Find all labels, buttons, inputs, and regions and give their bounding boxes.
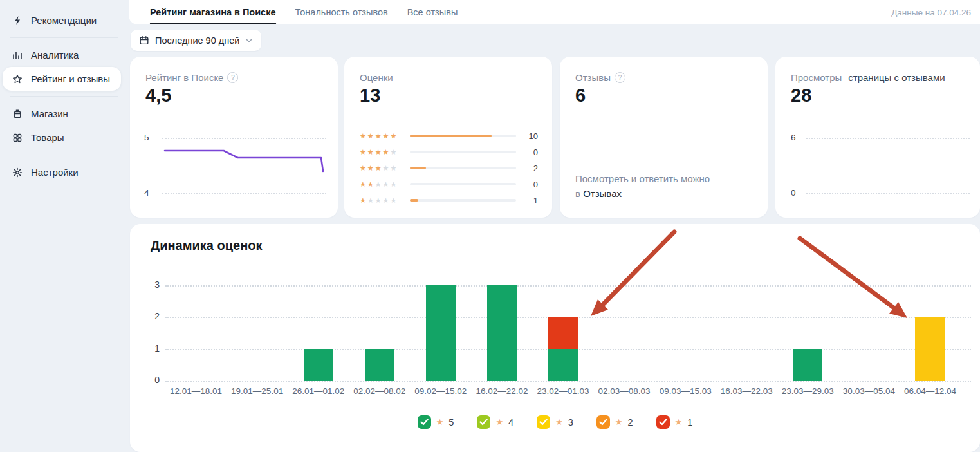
- bar-column: [838, 285, 900, 381]
- x-axis-label: 06.04—12.04: [900, 386, 961, 396]
- rating-distribution-row: ★★★★★10: [360, 131, 538, 140]
- lightning-icon: [12, 15, 23, 26]
- tab-all-reviews[interactable]: Все отзывы: [407, 0, 458, 24]
- card-rating-in-search: Рейтинг в Поиске ? 4,5 5 4: [130, 57, 338, 218]
- stars-icons: ★★★★★: [360, 148, 403, 156]
- distribution-bar-track: [410, 199, 516, 202]
- legend-checkbox-icon[interactable]: [596, 415, 610, 429]
- sidebar-item-settings[interactable]: Настройки: [3, 160, 121, 184]
- card-title: Оценки: [360, 72, 393, 83]
- bar-segment-5-star: [304, 349, 333, 381]
- legend-item-4-star[interactable]: ★4: [477, 415, 513, 429]
- legend-label: 1: [687, 417, 692, 428]
- distribution-bar-track: [410, 167, 516, 169]
- tab-shop-rating-in-search[interactable]: Рейтинг магазина в Поиске: [150, 0, 276, 24]
- stars-icons: ★★★★★: [360, 180, 403, 189]
- sidebar-item-products[interactable]: Товары: [3, 126, 121, 149]
- analytics-icon: [12, 50, 23, 61]
- question-circle-icon[interactable]: ?: [615, 72, 625, 83]
- star-icon: ★: [495, 417, 503, 427]
- chevron-down-icon: [245, 37, 253, 44]
- dynamics-x-labels: 12.01—18.0119.01—25.0126.01—01.0202.02—0…: [165, 386, 961, 396]
- y-axis-label: 4: [144, 188, 149, 198]
- sidebar-item-shop[interactable]: Магазин: [3, 102, 121, 126]
- card-title-text: Отзывы: [575, 72, 611, 83]
- y-axis-label: 2: [147, 311, 160, 321]
- products-grid-icon: [12, 133, 23, 143]
- card-title-text: Рейтинг в Поиске: [145, 72, 223, 83]
- bar-column: [655, 285, 716, 381]
- gridline: [806, 193, 970, 194]
- card-title-gray-part: Просмотры: [791, 72, 842, 83]
- marks-value: 13: [360, 85, 380, 106]
- shop-icon: [12, 109, 23, 119]
- x-axis-label: 12.01—18.01: [165, 386, 227, 396]
- bar-segment-5-star: [793, 349, 822, 381]
- period-filter-label: Последние 90 дней: [155, 35, 239, 46]
- distribution-bar-track: [410, 183, 516, 185]
- sidebar-item-label: Магазин: [31, 108, 68, 119]
- distribution-count: 10: [522, 131, 538, 141]
- star-icon: ★: [555, 417, 563, 427]
- sidebar-item-rating-reviews[interactable]: Рейтинг и отзывы: [3, 67, 121, 91]
- distribution-count: 0: [522, 180, 538, 189]
- x-axis-label: 16.03—22.03: [716, 386, 777, 396]
- legend-checkbox-icon[interactable]: [477, 415, 490, 429]
- bar-column: [900, 285, 961, 381]
- sidebar-item-analytics[interactable]: Аналитика: [3, 43, 121, 67]
- tab-label: Рейтинг магазина в Поиске: [150, 7, 276, 17]
- reviews-link[interactable]: Отзывах: [583, 188, 622, 199]
- bar-column: [165, 285, 227, 381]
- card-title: Рейтинг в Поиске ?: [145, 72, 238, 83]
- bar-column: [594, 285, 655, 381]
- y-axis-label: 1: [147, 343, 160, 353]
- question-circle-icon[interactable]: ?: [227, 72, 238, 83]
- legend-item-3-star[interactable]: ★3: [537, 415, 573, 429]
- stars-icons: ★★★★★: [360, 196, 403, 205]
- sidebar-divider: [10, 96, 118, 97]
- star-icon: ★: [615, 417, 623, 427]
- rating-trend-chart: 5 4: [144, 129, 326, 203]
- top-tab-bar: Рейтинг магазина в Поиске Тональность от…: [129, 0, 980, 24]
- sidebar-item-label: Рекомендации: [31, 15, 97, 26]
- views-mini-chart-bars: [810, 138, 966, 193]
- sidebar-item-label: Аналитика: [31, 50, 79, 61]
- dynamics-title: Динамика оценок: [151, 238, 262, 253]
- legend-checkbox-icon[interactable]: [537, 415, 550, 429]
- views-value: 28: [791, 85, 811, 106]
- bar-segment-5-star: [487, 285, 517, 381]
- sidebar: Рекомендации Аналитика Рейтинг и отзывы …: [0, 0, 129, 452]
- sidebar-divider: [10, 155, 118, 155]
- tab-label: Все отзывы: [407, 7, 458, 17]
- legend-checkbox-icon[interactable]: [656, 415, 670, 429]
- rating-value: 4,5: [145, 85, 171, 106]
- views-mini-chart: 6 0: [791, 129, 970, 203]
- dynamics-legend: ★5★4★3★2★1: [130, 415, 980, 429]
- bar-column: [227, 285, 288, 381]
- rating-distribution-row: ★★★★★1: [360, 196, 538, 205]
- bar-column: [471, 285, 532, 381]
- period-filter-button[interactable]: Последние 90 дней: [131, 30, 261, 51]
- legend-item-1-star[interactable]: ★1: [656, 415, 693, 429]
- bar-segment-5-star: [365, 349, 394, 381]
- sidebar-divider: [10, 37, 118, 38]
- distribution-bar-track: [410, 151, 516, 153]
- reviews-note-prefix: в: [575, 188, 580, 199]
- legend-checkbox-icon[interactable]: [418, 415, 431, 429]
- y-axis-label: 5: [144, 133, 149, 142]
- x-axis-label: 02.02—08.02: [349, 386, 410, 396]
- legend-item-5-star[interactable]: ★5: [418, 415, 454, 429]
- star-icon: ★: [436, 417, 444, 427]
- tab-review-tonality[interactable]: Тональность отзывов: [295, 0, 388, 24]
- gear-icon: [12, 167, 23, 178]
- y-axis-label: 0: [147, 375, 160, 385]
- reviews-note-line1: Посмотреть и ответить можно: [575, 173, 710, 184]
- reviews-value: 6: [575, 85, 586, 106]
- y-axis-label: 3: [147, 279, 160, 290]
- legend-label: 2: [628, 417, 633, 428]
- rating-distribution-row: ★★★★★0: [360, 147, 538, 156]
- x-axis-label: 30.03—05.04: [838, 386, 900, 396]
- sidebar-item-recommendations[interactable]: Рекомендации: [3, 8, 121, 32]
- legend-item-2-star[interactable]: ★2: [596, 415, 633, 429]
- sidebar-item-label: Товары: [31, 132, 64, 143]
